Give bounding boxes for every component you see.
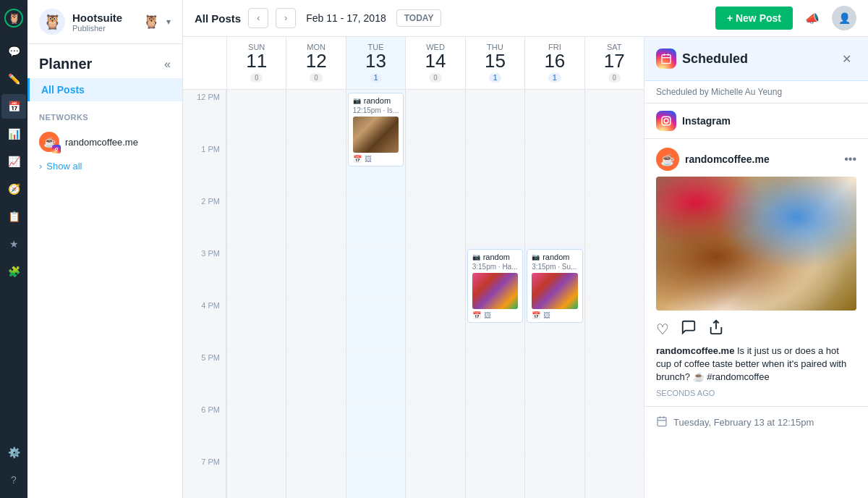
mon-1pm[interactable] xyxy=(286,142,345,194)
fri-12pm[interactable] xyxy=(525,90,584,142)
sun-2pm[interactable] xyxy=(227,194,286,246)
thu-12pm[interactable] xyxy=(466,90,524,142)
svg-point-12 xyxy=(668,118,669,119)
help-icon[interactable]: ? xyxy=(1,468,26,492)
mon-4pm[interactable] xyxy=(286,298,345,350)
fri-3pm[interactable]: 📷 random 3:15pm · Su... 📅 🖼 xyxy=(525,246,584,298)
thu-2pm[interactable] xyxy=(466,194,524,246)
show-all-link[interactable]: › Show all xyxy=(27,156,182,176)
messages-icon[interactable]: 💬 xyxy=(1,39,26,64)
mon-2pm[interactable] xyxy=(286,194,345,246)
tue-7pm[interactable] xyxy=(346,455,405,498)
svg-text:🦉: 🦉 xyxy=(8,12,21,25)
fri-6pm[interactable] xyxy=(525,402,584,455)
sat-2pm[interactable] xyxy=(585,194,644,246)
prev-week-button[interactable]: ‹ xyxy=(248,8,268,28)
comment-button[interactable] xyxy=(681,319,697,339)
more-options-button[interactable]: ••• xyxy=(844,153,856,166)
like-button[interactable]: ♡ xyxy=(656,321,669,338)
sat-4pm[interactable] xyxy=(585,298,644,350)
tue-6pm[interactable] xyxy=(346,402,405,455)
mon-6pm[interactable] xyxy=(286,402,345,455)
tue-4pm[interactable] xyxy=(346,298,405,350)
analytics-icon[interactable]: 📊 xyxy=(1,122,26,146)
tue-2pm[interactable] xyxy=(346,194,405,246)
day-col-mon xyxy=(286,90,345,498)
tue-1pm[interactable] xyxy=(346,142,405,194)
sun-12pm[interactable] xyxy=(227,90,286,142)
fri-5pm[interactable] xyxy=(525,350,584,402)
assignments-icon[interactable]: 📋 xyxy=(1,204,26,229)
time-header-empty xyxy=(183,37,226,89)
mon-12pm[interactable] xyxy=(286,90,345,142)
next-week-button[interactable]: › xyxy=(276,8,296,28)
sun-7pm[interactable] xyxy=(227,455,286,498)
network-avatar: ☕ xyxy=(39,132,59,152)
mon-5pm[interactable] xyxy=(286,350,345,402)
sat-3pm[interactable] xyxy=(585,246,644,298)
user-avatar[interactable]: 👤 xyxy=(832,6,856,30)
chevron-down-icon[interactable]: ▾ xyxy=(166,17,171,27)
planner-icon[interactable]: 📅 xyxy=(1,94,26,119)
mon-3pm[interactable] xyxy=(286,246,345,298)
nav-all-posts[interactable]: All Posts xyxy=(27,78,182,101)
thu-6pm[interactable] xyxy=(466,402,524,455)
sat-1pm[interactable] xyxy=(585,142,644,194)
tue-3pm[interactable] xyxy=(346,246,405,298)
wed-12pm[interactable] xyxy=(406,90,464,142)
sun-5pm[interactable] xyxy=(227,350,286,402)
fri-1pm[interactable] xyxy=(525,142,584,194)
wed-5pm[interactable] xyxy=(406,350,464,402)
thu-7pm[interactable] xyxy=(466,455,524,498)
thu-1pm[interactable] xyxy=(466,142,524,194)
insights-icon[interactable]: 📈 xyxy=(1,149,26,174)
settings-icon[interactable]: ⚙️ xyxy=(1,440,26,465)
wed-6pm[interactable] xyxy=(406,402,464,455)
notifications-button[interactable]: 📣 xyxy=(800,6,825,30)
sat-12pm[interactable] xyxy=(585,90,644,142)
day-col-tue: 📷 random 12:15pm · Is... 📅 🖼 xyxy=(346,90,405,498)
content-icon[interactable]: ★ xyxy=(1,232,26,256)
mon-7pm[interactable] xyxy=(286,455,345,498)
sun-4pm[interactable] xyxy=(227,298,286,350)
owl-emoji[interactable]: 🦉 xyxy=(143,14,159,30)
thu-5pm[interactable] xyxy=(466,350,524,402)
fri-7pm[interactable] xyxy=(525,455,584,498)
thu-3pm[interactable]: 📷 random 3:15pm · Ha... 📅 🖼 xyxy=(466,246,524,298)
all-posts-filter[interactable]: All Posts xyxy=(195,12,241,25)
sun-3pm[interactable] xyxy=(227,246,286,298)
collapse-button[interactable]: « xyxy=(164,58,171,71)
wed-3pm[interactable] xyxy=(406,246,464,298)
share-button[interactable] xyxy=(708,319,724,339)
post-account3: random xyxy=(542,253,569,261)
tue-12pm[interactable]: 📷 random 12:15pm · Is... 📅 🖼 xyxy=(346,90,405,142)
nav-panel: 🦉 Hootsuite Publisher 🦉 ▾ Planner « All … xyxy=(27,0,183,498)
wed-1pm[interactable] xyxy=(406,142,464,194)
new-post-button[interactable]: + New Post xyxy=(715,7,793,30)
sun-6pm[interactable] xyxy=(227,402,286,455)
thu-4pm[interactable] xyxy=(466,298,524,350)
today-button[interactable]: TODAY xyxy=(396,9,442,27)
fri-2pm[interactable] xyxy=(525,194,584,246)
wed-2pm[interactable] xyxy=(406,194,464,246)
post-time-ago: SECONDS AGO xyxy=(656,389,856,397)
sat-5pm[interactable] xyxy=(585,350,644,402)
sat-7pm[interactable] xyxy=(585,455,644,498)
post-ig-icon: 📷 xyxy=(353,97,361,104)
sun-1pm[interactable] xyxy=(227,142,286,194)
wed-7pm[interactable] xyxy=(406,455,464,498)
tue-5pm[interactable] xyxy=(346,350,405,402)
wed-4pm[interactable] xyxy=(406,298,464,350)
app-logo[interactable]: 🦉 xyxy=(1,6,26,30)
svg-point-5 xyxy=(58,148,59,148)
instagram-badge xyxy=(52,145,61,153)
network-item[interactable]: ☕ r xyxy=(27,127,182,156)
listen-icon[interactable]: 🧭 xyxy=(1,177,26,201)
scheduled-panel: Scheduled ✕ Scheduled by Michelle Au Yeu… xyxy=(644,37,868,498)
apps-icon[interactable]: 🧩 xyxy=(1,259,26,284)
close-panel-button[interactable]: ✕ xyxy=(836,48,856,69)
sat-6pm[interactable] xyxy=(585,402,644,455)
main-area: All Posts ‹ › Feb 11 - 17, 2018 TODAY + … xyxy=(183,0,868,498)
fri-4pm[interactable] xyxy=(525,298,584,350)
compose-icon[interactable]: ✏️ xyxy=(1,67,26,91)
